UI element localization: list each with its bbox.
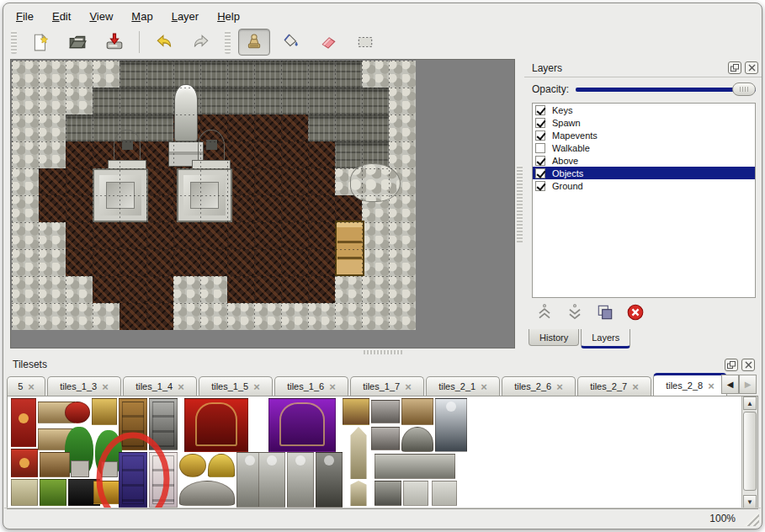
layer-row-ground[interactable]: Ground [533,179,755,192]
toolbar-drag-handle[interactable] [11,30,17,54]
tile-door-wood[interactable] [119,398,147,450]
tile-pouf-red[interactable] [65,402,90,423]
tile-knight-armor[interactable] [435,398,467,452]
layer-row-objects[interactable]: Objects [533,167,755,179]
tile-ledge-gray[interactable] [375,454,455,479]
tile-pillar-top[interactable] [375,481,401,506]
menu-map[interactable]: Map [124,8,160,24]
tileset-tab-tiles_2_6[interactable]: tiles_2_6× [502,376,576,396]
tab-close-icon[interactable]: × [556,381,563,392]
opacity-slider-thumb[interactable] [732,82,756,96]
undo-button[interactable] [148,29,180,56]
tab-close-icon[interactable]: × [28,381,35,392]
tile-throne-purple[interactable] [268,398,336,452]
tile-gate-gray[interactable] [149,398,178,450]
scroll-down-button[interactable]: ▼ [743,495,757,508]
tile-throne-red[interactable] [184,398,248,452]
layer-row-spawn[interactable]: Spawn [533,116,755,129]
tab-close-icon[interactable]: × [253,381,260,392]
move-layer-up-button[interactable] [534,303,555,322]
tab-close-icon[interactable]: × [708,380,715,391]
tileset-tab-tiles_2_7[interactable]: tiles_2_7× [577,376,651,396]
layer-checkbox[interactable] [535,156,545,166]
tile-obelisk-small[interactable] [344,481,373,506]
tile-slot-gray-b[interactable] [371,427,400,450]
eraser-tool-button[interactable] [312,29,344,56]
layer-checkbox[interactable] [535,130,545,141]
duplicate-layer-button[interactable] [595,303,615,322]
tile-necklace-gold[interactable] [179,454,206,477]
tile-bookshelf[interactable] [40,452,70,477]
layer-checkbox[interactable] [535,143,545,153]
menu-layer[interactable]: Layer [164,8,207,24]
tile-desk-tan[interactable] [401,398,433,425]
tile-slot-gray-a[interactable] [371,400,400,423]
tile-portrait-king[interactable] [343,398,369,425]
tileset-tab-tiles_1_3[interactable]: tiles_1_3× [47,376,121,396]
tab-history[interactable]: History [529,329,579,346]
map-view[interactable] [10,59,515,348]
fill-tool-button[interactable] [275,29,307,56]
tileset-tab-tiles_1_7[interactable]: tiles_1_7× [350,376,424,396]
tileset-tab-tiles_1_5[interactable]: tiles_1_5× [199,376,273,396]
tab-close-icon[interactable]: × [405,381,412,392]
tile-rock-pile[interactable] [179,481,235,506]
tile-gold-pile[interactable] [208,454,235,477]
resize-grip[interactable] [744,511,759,526]
tile-drape-white[interactable] [149,452,178,508]
float-panel-button[interactable] [728,61,741,74]
menu-file[interactable]: File [8,8,41,24]
tab-close-icon[interactable]: × [178,381,184,392]
close-panel-button[interactable] [745,61,758,74]
layer-checkbox[interactable] [535,105,545,115]
horizontal-splitter[interactable] [7,349,758,355]
layer-checkbox[interactable] [535,181,545,191]
move-layer-down-button[interactable] [565,303,585,322]
tile-floor-tan[interactable] [11,479,38,506]
tileset-content[interactable]: ▲ ▼ [7,396,758,509]
layer-row-keys[interactable]: Keys [533,104,755,116]
tileset-scrollbar[interactable]: ▲ ▼ [741,396,757,508]
tile-gargoyle[interactable] [316,452,343,508]
layer-row-above[interactable]: Above [533,154,755,167]
save-map-button[interactable] [98,29,130,56]
new-map-button[interactable] [24,29,56,56]
tab-close-icon[interactable]: × [102,381,109,392]
layer-checkbox[interactable] [535,118,545,128]
layer-row-mapevents[interactable]: Mapevents [533,129,755,141]
tab-layers[interactable]: Layers [581,329,630,348]
select-tool-button[interactable] [349,29,381,56]
tile-armor-pile[interactable] [401,427,433,452]
tile-flag-green[interactable] [40,479,66,506]
tiles-layer[interactable] [11,398,739,508]
map-canvas[interactable] [12,61,416,330]
tile-obelisk-large[interactable] [344,427,373,479]
layer-row-walkable[interactable]: Walkable [533,141,755,154]
float-tilesets-button[interactable] [725,359,738,371]
close-tilesets-button[interactable] [741,359,755,371]
tileset-tab-tiles_2_8[interactable]: tiles_2_8× [653,373,727,396]
tile-angel-left[interactable] [258,452,285,508]
tileset-tab-tiles_1_6[interactable]: tiles_1_6× [274,376,348,396]
tile-shield-red[interactable] [11,449,38,477]
toolbar-drag-handle-2[interactable] [225,30,231,54]
scrollbar-thumb[interactable] [743,412,757,491]
scroll-up-button[interactable]: ▲ [743,396,757,410]
menu-view[interactable]: View [82,8,120,24]
tileset-tab-tiles_2_1[interactable]: tiles_2_1× [426,376,500,396]
opacity-slider[interactable] [576,82,756,96]
scroll-tabs-left-button[interactable]: ◀ [721,375,739,394]
scroll-tabs-right-button[interactable]: ▶ [739,375,757,394]
tile-mirror-gold[interactable] [92,398,117,425]
tileset-tab-5[interactable]: 5× [7,376,45,396]
tab-close-icon[interactable]: × [329,381,336,392]
tile-tile-speckle-a[interactable] [403,481,428,506]
layers-list[interactable]: KeysSpawnMapeventsWalkableAboveObjectsGr… [532,103,756,298]
tab-close-icon[interactable]: × [481,381,487,392]
tab-close-icon[interactable]: × [632,381,639,392]
vertical-splitter[interactable] [516,59,523,348]
tileset-tab-tiles_1_4[interactable]: tiles_1_4× [123,376,197,396]
layer-checkbox[interactable] [535,168,545,178]
tile-banner-red[interactable] [11,398,36,447]
tile-angel-right[interactable] [287,452,314,508]
